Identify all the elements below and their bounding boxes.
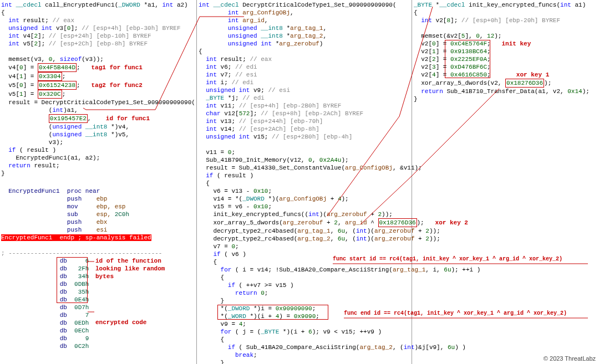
id-bytes-note: id of the function looking like random b… <box>95 257 165 280</box>
copyright: © 2023 ThreatLabz <box>544 355 596 362</box>
decompiled-right-pane: _BYTE *__cdecl init_key_encrypted_funcs(… <box>414 1 598 103</box>
func-start-id-note: func start id == rc4(tag1, init_key ^ xo… <box>333 256 562 262</box>
decompiled-mid-pane: int __cdecl DecryptCriticalCodeType1_Set… <box>199 1 410 364</box>
decompiled-left-pane: int __cdecl call_EncryptedFunc1(_DWORD *… <box>1 1 195 350</box>
init-key-line: v2[0] = 0xC4E5764F; init key <box>414 40 598 48</box>
separator-line: ; --------------------------------------… <box>1 249 195 257</box>
func-end-id-note: func end id == rc4(tag1, init_key ^ xor_… <box>344 310 567 316</box>
func-signature: int __cdecl call_EncryptedFunc1(_DWORD *… <box>1 1 195 9</box>
encrypted-code-note: encrypted code <box>95 319 146 326</box>
xor-key-2-line: xor_array_5_dwords(arg_zerobuf + 2, arg_… <box>199 218 410 227</box>
proc-start: EncryptedFunc1 proc near <box>1 187 195 195</box>
proc-end-error: EncryptedFunc1 endp ; sp-analysis failed <box>1 234 195 242</box>
id-func1-line: 0x195457E2, id for func1 <box>1 114 195 123</box>
tag2-line: v5[0] = 0x61524238; tag2 for func2 <box>1 81 195 90</box>
tag1-line: v4[0] = 0x4F5B484D; tag1 for func1 <box>1 63 195 72</box>
xor-key-1-line: v2[4] = 0x4616C850; xor key 1 <box>414 71 598 79</box>
